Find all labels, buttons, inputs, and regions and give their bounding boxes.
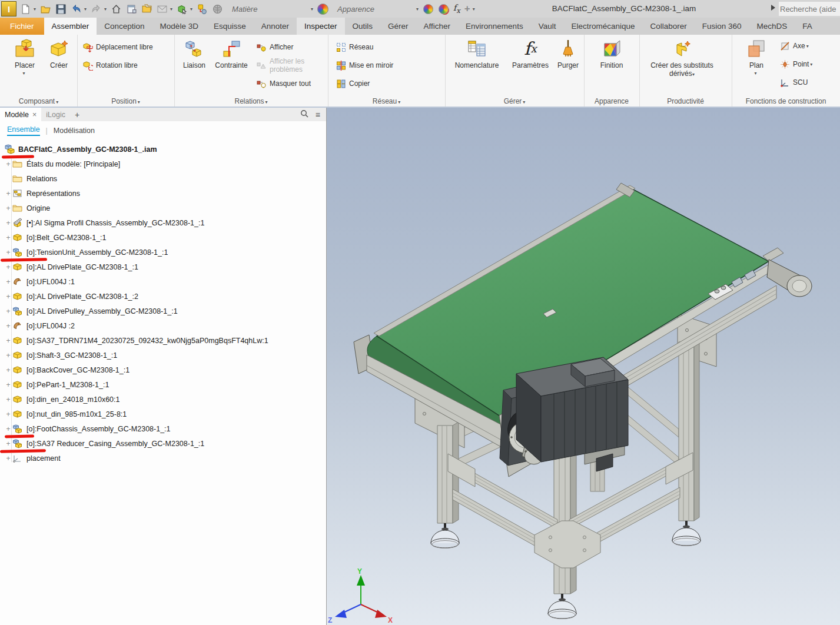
expander-icon[interactable]: + <box>4 351 12 360</box>
new-file-dropdown-icon[interactable]: ▾ <box>34 6 36 12</box>
help-search-input[interactable] <box>779 4 838 14</box>
panel-label-reseau[interactable]: Réseau▾ <box>328 97 445 105</box>
substituts-dropdown-icon[interactable]: ▾ <box>692 72 695 77</box>
tree-item-belt[interactable]: + [o]:Belt_GC-M2308-1_:1 <box>0 230 326 245</box>
tab-fa-cut[interactable]: FA <box>795 18 820 35</box>
finition-button[interactable]: Finition <box>596 38 627 69</box>
tree-item-tensionunit[interactable]: + [o]:TensionUnit_Assembly_GC-M2308-1_:1 <box>0 245 326 260</box>
component-select-icon[interactable] <box>177 4 188 15</box>
tree-item-origine[interactable]: + Origine <box>0 201 326 215</box>
view-tab-modelisation[interactable]: Modélisation <box>54 127 95 135</box>
tree-item-reducer-casing[interactable]: + [o]:SA37 Reducer_Casing_Assembly_GC-M2… <box>0 436 326 451</box>
tree-item-drivepulley[interactable]: + [o]:AL DrivePulley_Assembly_GC-M2308-1… <box>0 304 326 318</box>
adjust-appearance-icon[interactable] <box>423 4 434 15</box>
expander-icon[interactable]: + <box>4 381 12 389</box>
expander-icon[interactable]: + <box>4 322 12 330</box>
expander-icon[interactable]: + <box>4 292 12 301</box>
point-dropdown-icon[interactable]: ▾ <box>810 62 812 67</box>
axe-button[interactable]: Axe▾ <box>780 39 809 52</box>
tab-modele-3d[interactable]: Modèle 3D <box>152 18 206 35</box>
tab-electromecanique[interactable]: Electromécanique <box>563 18 642 35</box>
tab-environnements[interactable]: Environnements <box>458 18 531 35</box>
home-icon[interactable] <box>111 4 122 15</box>
afficher-relations-button[interactable]: Afficher <box>257 41 293 54</box>
open-folder-icon[interactable] <box>40 4 51 15</box>
tree-item-din-screw[interactable]: + [o]:din_en_24018_m10x60:1 <box>0 392 326 407</box>
save-icon[interactable] <box>55 4 67 15</box>
iproperties-icon[interactable] <box>126 4 137 15</box>
expander-icon[interactable]: + <box>4 425 12 433</box>
nomenclature-button[interactable]: Nomenclature <box>447 38 506 69</box>
point-button[interactable]: Point▾ <box>780 58 812 71</box>
app-icon[interactable]: I <box>1 1 16 16</box>
search-expand-icon[interactable] <box>771 5 775 11</box>
fx-parameters-icon[interactable]: fx <box>453 3 460 15</box>
tab-conception[interactable]: Conception <box>97 18 152 35</box>
material-combobox[interactable]: Matière▾ <box>232 5 313 14</box>
panel-label-relations[interactable]: Relations▾ <box>174 97 328 105</box>
tree-item-representations[interactable]: + Représentations <box>0 186 326 201</box>
close-icon[interactable]: × <box>32 111 36 119</box>
contrainte-button[interactable]: Contrainte <box>211 38 252 69</box>
tab-fusion-360[interactable]: Fusion 360 <box>695 18 749 35</box>
tab-collaborer[interactable]: Collaborer <box>642 18 694 35</box>
tab-afficher[interactable]: Afficher <box>416 18 459 35</box>
redo-dropdown-icon[interactable]: ▾ <box>104 6 107 12</box>
substituts-button[interactable]: Créer des substituts dérivés ▾ <box>645 38 719 79</box>
mise-en-miroir-button[interactable]: Mise en miroir <box>336 59 393 72</box>
tab-vault[interactable]: Vault <box>531 18 564 35</box>
browser-tab-modele[interactable]: Modèle × <box>0 108 41 121</box>
liaison-button[interactable]: Liaison <box>179 38 210 69</box>
expander-icon[interactable]: + <box>4 440 12 448</box>
graphics-viewport[interactable]: Y X Z <box>327 108 840 625</box>
expander-icon[interactable]: + <box>4 248 12 257</box>
add-icon[interactable]: + <box>464 3 470 15</box>
expander-icon[interactable]: + <box>4 190 12 198</box>
placer-button[interactable]: Placer ▾ <box>8 38 41 78</box>
send-dropdown-icon[interactable]: ▾ <box>170 6 172 12</box>
material-dropdown-icon[interactable]: ▾ <box>311 6 313 12</box>
tree-item-relations[interactable]: Relations <box>0 171 326 186</box>
relationships-icon[interactable] <box>197 4 208 15</box>
tree-item-driveplate2[interactable]: + [o]:AL DrivePlate_GC-M2308-1_:2 <box>0 289 326 304</box>
plan-button[interactable]: Plan ▾ <box>741 38 772 78</box>
undo-dropdown-icon[interactable]: ▾ <box>84 6 87 12</box>
browser-search-icon[interactable] <box>300 109 308 119</box>
tab-assembler[interactable]: Assembler <box>44 18 97 35</box>
rotation-libre-button[interactable]: Rotation libre <box>83 59 138 72</box>
clear-appearance-icon[interactable] <box>438 4 449 15</box>
parametres-button[interactable]: fx Paramètres <box>507 38 553 69</box>
undo-icon[interactable] <box>71 4 82 15</box>
creer-button[interactable]: Créer <box>45 38 73 69</box>
expander-icon[interactable]: + <box>4 263 12 271</box>
new-file-icon[interactable] <box>20 4 31 15</box>
tree-item-sa37-motor[interactable]: + [o]:SA37_TDRN71M4_20230725_092432_kw0N… <box>0 333 326 348</box>
customize-qat-icon[interactable]: ▾ <box>473 6 475 12</box>
placer-dropdown-icon[interactable]: ▾ <box>22 69 25 78</box>
copier-button[interactable]: Copier <box>336 77 370 90</box>
view-tab-ensemble[interactable]: Ensemble <box>7 125 40 136</box>
tree-item-backcover[interactable]: + [o]:BackCover_GC-M2308-1_:1 <box>0 363 326 377</box>
browser-tab-ilogic[interactable]: iLogic <box>41 108 70 121</box>
panel-label-composant[interactable]: Composant▾ <box>0 97 77 105</box>
tree-item-pepart[interactable]: + [o]:PePart-1_M2308-1_:1 <box>0 377 326 392</box>
tree-item-driveplate1[interactable]: + [o]:AL DrivePlate_GC-M2308-1_:1 <box>0 260 326 274</box>
reseau-button[interactable]: Réseau <box>336 41 373 54</box>
browser-menu-icon[interactable]: ≡ <box>316 110 320 119</box>
help-search[interactable] <box>779 2 840 16</box>
tree-item-etats[interactable]: + États du modèle: [Principale] <box>0 157 326 171</box>
tree-item-ufl004j-2[interactable]: + [o]:UFL004J :2 <box>0 318 326 333</box>
expander-icon[interactable]: + <box>4 337 12 345</box>
tree-item-footchassis[interactable]: + [o]:FootChassis_Assembly_GC-M2308-1_:1 <box>0 421 326 436</box>
tab-gerer[interactable]: Gérer <box>380 18 416 35</box>
expander-icon[interactable]: + <box>4 204 12 212</box>
tree-item-root[interactable]: BACFlatC_Assembly_GC-M2308-1_.iam <box>0 142 326 157</box>
redo-icon[interactable] <box>91 4 102 15</box>
send-icon[interactable] <box>157 4 168 15</box>
tab-esquisse[interactable]: Esquisse <box>206 18 254 35</box>
tree-item-placement[interactable]: + placement <box>0 451 326 466</box>
deplacement-libre-button[interactable]: Déplacement libre <box>83 41 153 54</box>
expander-icon[interactable]: + <box>4 454 12 463</box>
material-globe-icon[interactable] <box>212 4 223 15</box>
tab-inspecter[interactable]: Inspecter <box>297 18 345 35</box>
